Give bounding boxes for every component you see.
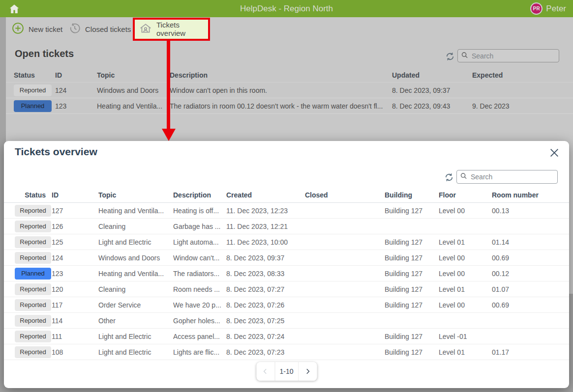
cell-topic: Cleaning xyxy=(98,219,173,234)
column-header-topic: Topic xyxy=(97,68,170,82)
column-header-topic: Topic xyxy=(98,188,173,202)
cell-closed xyxy=(305,313,385,328)
ticket-row[interactable]: Reported108Light and ElectricLights are … xyxy=(4,344,569,360)
cell-id: 125 xyxy=(52,234,98,250)
status-badge: Planned xyxy=(15,268,51,280)
cell-expected xyxy=(472,83,573,98)
status-badge: Reported xyxy=(15,315,51,327)
cell-status: Reported xyxy=(15,344,52,360)
cell-room: 01.07 xyxy=(492,281,569,297)
cell-description: Room needs ... xyxy=(173,281,226,297)
ticket-row[interactable]: Reported127Heating and Ventila...Heating… xyxy=(4,203,569,219)
cell-closed xyxy=(305,266,385,281)
cell-room xyxy=(492,219,569,234)
ticket-row[interactable]: Reported124Windows and DoorsWindow can't… xyxy=(6,83,573,98)
search-input[interactable] xyxy=(456,170,558,184)
cell-building xyxy=(385,219,439,234)
ticket-row[interactable]: Reported126CleaningGarbage has ...11. De… xyxy=(4,219,569,234)
ticket-row[interactable]: Planned123Heating and Ventila...The radi… xyxy=(4,266,569,281)
status-badge: Reported xyxy=(15,236,51,248)
user-menu[interactable]: PR Peter xyxy=(530,2,566,15)
ticket-row[interactable]: Reported125Light and ElectricLight autom… xyxy=(4,234,569,250)
magnifier-icon xyxy=(461,51,468,60)
cell-expected: 9. Dec 2023 xyxy=(472,98,573,113)
column-header-description: Description xyxy=(173,188,226,202)
cell-room: 00.69 xyxy=(492,250,569,265)
cell-room: 00.13 xyxy=(492,203,569,218)
cell-closed xyxy=(305,203,385,218)
cell-topic: Light and Electric xyxy=(98,329,173,344)
toolbar-button-label: Closed tickets xyxy=(85,25,131,33)
cell-description: Window can't... xyxy=(173,250,226,265)
app-header-bar: HelpDesk - Region North PR Peter xyxy=(0,0,573,17)
cell-building: Building 127 xyxy=(385,266,439,281)
page-title: HelpDesk - Region North xyxy=(0,4,573,14)
table-header-row: StatusIDTopicDescriptionCreatedClosedBui… xyxy=(4,188,569,203)
column-header-description: Description xyxy=(170,68,392,82)
cell-closed xyxy=(305,234,385,250)
cell-updated: 8. Dec 2023, 09:43 xyxy=(392,98,472,113)
cell-description: The radiators in room 00.12 doesn't work… xyxy=(170,98,392,113)
cell-status: Reported xyxy=(15,329,52,344)
pagination-range: 1-10 xyxy=(274,362,299,381)
cell-building: Building 127 xyxy=(385,281,439,297)
cell-topic: Light and Electric xyxy=(98,234,173,250)
cell-room: 01.14 xyxy=(492,234,569,250)
search-input[interactable] xyxy=(457,49,559,62)
cell-floor: Level 01 xyxy=(439,234,492,250)
close-icon[interactable] xyxy=(549,147,560,158)
open-tickets-table: StatusIDTopicDescriptionUpdatedExpectedR… xyxy=(6,68,573,114)
pagination: 1-10 xyxy=(256,362,317,381)
cell-floor: Level 00 xyxy=(439,203,492,218)
cell-closed xyxy=(305,297,385,312)
annotation-highlight-box xyxy=(133,18,210,41)
cell-building: Building 127 xyxy=(385,297,439,312)
status-badge: Reported xyxy=(15,283,51,295)
cell-description: Gopher holes... xyxy=(173,313,226,328)
cell-created: 8. Dec 2023, 07:25 xyxy=(226,313,305,328)
ticket-row[interactable]: Planned123Heating and Ventila...The radi… xyxy=(6,98,573,114)
tickets-overview-table: StatusIDTopicDescriptionCreatedClosedBui… xyxy=(4,188,569,360)
cell-id: 114 xyxy=(52,313,98,328)
annotation-arrow-line xyxy=(167,41,170,129)
new-ticket-button[interactable]: New ticket xyxy=(12,18,62,40)
cell-id: 111 xyxy=(52,329,98,344)
cell-id: 108 xyxy=(52,344,98,360)
cell-closed xyxy=(305,281,385,297)
cell-description: We have 20 p... xyxy=(173,297,226,312)
cell-topic: Windows and Doors xyxy=(97,83,170,98)
plus-circle-icon xyxy=(12,22,24,36)
ticket-row[interactable]: Reported114OtherGopher holes...8. Dec 20… xyxy=(4,313,569,329)
cell-floor: Level 00 xyxy=(439,266,492,281)
cell-created: 11. Dec 2023, 12:23 xyxy=(226,203,305,218)
cell-description: Lights are flic... xyxy=(173,344,226,360)
column-header-floor: Floor xyxy=(439,188,492,202)
cell-room xyxy=(492,329,569,344)
refresh-icon[interactable] xyxy=(444,172,454,182)
cell-room: 01.17 xyxy=(492,344,569,360)
status-badge: Planned xyxy=(14,100,52,112)
pagination-next-button[interactable] xyxy=(299,362,317,381)
ticket-row[interactable]: Reported120CleaningRoom needs ...8. Dec … xyxy=(4,281,569,297)
cell-created: 8. Dec 2023, 07:26 xyxy=(226,297,305,312)
cell-floor: Level 00 xyxy=(439,297,492,312)
cell-description: Garbage has ... xyxy=(173,219,226,234)
ticket-row[interactable]: Reported117Order ServiceWe have 20 p...8… xyxy=(4,297,569,313)
cell-id: 123 xyxy=(52,266,98,281)
pagination-prev-button[interactable] xyxy=(256,362,274,381)
cell-topic: Windows and Doors xyxy=(98,250,173,265)
cell-floor: Level 00 xyxy=(439,250,492,265)
cell-topic: Heating and Ventila... xyxy=(98,266,173,281)
closed-tickets-button[interactable]: Closed tickets xyxy=(69,18,131,40)
cell-created: 8. Dec 2023, 09:37 xyxy=(226,250,305,265)
column-header-expected: Expected xyxy=(472,68,573,82)
cell-building: Building 127 xyxy=(385,234,439,250)
cell-id: 126 xyxy=(52,219,98,234)
refresh-icon[interactable] xyxy=(445,52,455,61)
cell-status: Reported xyxy=(15,203,52,218)
status-badge: Reported xyxy=(15,299,51,311)
cell-status: Reported xyxy=(15,234,52,250)
ticket-row[interactable]: Reported111Light and ElectricAccess pane… xyxy=(4,329,569,344)
cell-description: The radiators... xyxy=(173,266,226,281)
ticket-row[interactable]: Reported124Windows and DoorsWindow can't… xyxy=(4,250,569,266)
